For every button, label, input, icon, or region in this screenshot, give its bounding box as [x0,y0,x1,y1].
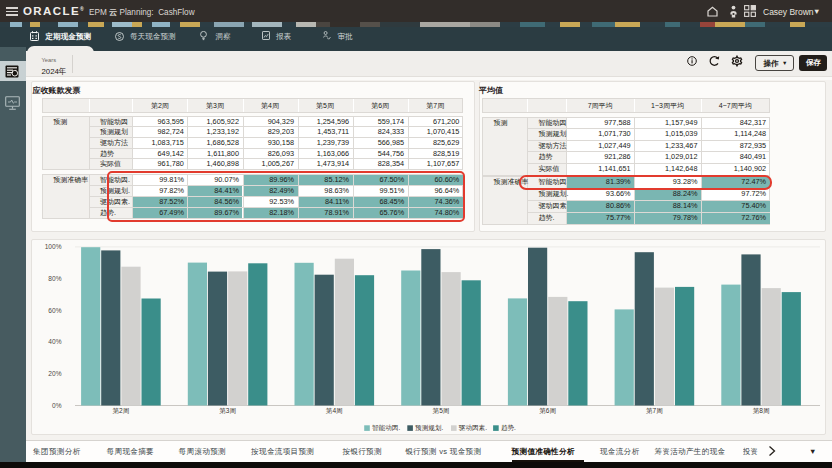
svg-text:第4周: 第4周 [326,406,343,413]
svg-text:第7周: 第7周 [646,406,663,413]
svg-text:第5周: 第5周 [433,406,450,413]
svg-text:第2周: 第2周 [112,406,129,413]
svg-text:第6周: 第6周 [539,406,556,413]
svg-text:预测规划.: 预测规划. [415,424,443,432]
svg-text:第8周: 第8周 [753,406,770,413]
svg-text:驱动因素.: 驱动因素. [459,424,487,432]
svg-text:智能动因.: 智能动因. [372,424,400,432]
svg-text:60%: 60% [48,306,61,313]
svg-text:80%: 80% [48,274,61,281]
svg-text:100%: 100% [45,243,62,250]
svg-text:第3周: 第3周 [219,406,236,413]
svg-text:20%: 20% [48,370,61,377]
svg-text:0%: 0% [52,401,62,408]
svg-text:趋势.: 趋势. [501,424,516,432]
svg-text:40%: 40% [48,338,61,345]
